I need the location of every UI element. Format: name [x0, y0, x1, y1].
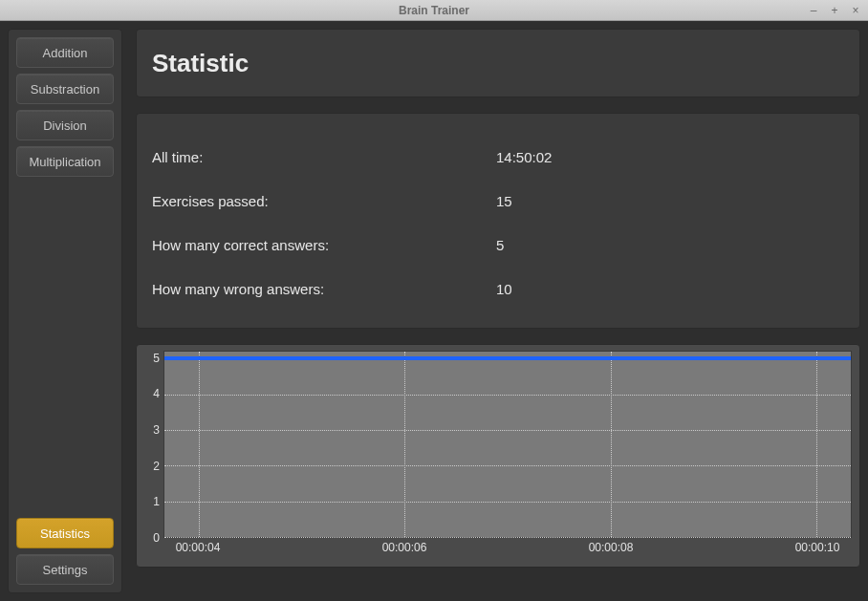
sidebar-item-label: Multiplication — [29, 155, 100, 169]
stat-row: All time: 14:50:02 — [152, 135, 844, 179]
stat-row: How many wrong answers: 10 — [152, 267, 844, 311]
chart-gridline-h — [164, 465, 851, 466]
sidebar-bottom-group: Statistics Settings — [16, 518, 114, 585]
stat-label: Exercises passed: — [152, 193, 496, 209]
maximize-button[interactable]: + — [828, 4, 841, 17]
sidebar-item-subtraction[interactable]: Substraction — [16, 74, 114, 104]
chart-x-tick: 00:00:08 — [589, 541, 634, 554]
sidebar-item-division[interactable]: Division — [16, 110, 114, 140]
chart-y-tick: 5 — [153, 352, 160, 365]
page-header: Statistic — [136, 29, 860, 97]
chart-x-axis: 00:00:0400:00:0600:00:0800:00:10 — [163, 538, 852, 557]
stat-value: 10 — [496, 281, 512, 297]
chart-gridline-v — [816, 352, 817, 537]
sidebar-item-label: Settings — [43, 563, 88, 577]
chart-y-tick: 1 — [153, 495, 160, 508]
chart-y-tick: 0 — [153, 531, 160, 545]
chart-gridline-v — [404, 352, 405, 537]
chart-gridline-h — [164, 502, 851, 503]
app-body: Addition Substraction Division Multiplic… — [0, 21, 868, 601]
chart-series-line — [164, 356, 851, 360]
chart-gridline-h — [164, 430, 851, 431]
chart-panel: 012345 00:00:0400:00:0600:00:0800:00:10 — [136, 344, 860, 568]
sidebar-item-settings[interactable]: Settings — [16, 554, 114, 585]
chart-y-tick: 4 — [153, 387, 160, 400]
chart-x-tick: 00:00:06 — [382, 541, 427, 554]
stat-value: 14:50:02 — [496, 149, 552, 165]
content: Statistic All time: 14:50:02 Exercises p… — [136, 29, 860, 593]
chart-gridline-v — [199, 352, 200, 537]
page-title: Statistic — [152, 49, 249, 78]
minimize-button[interactable]: – — [807, 4, 820, 17]
sidebar-item-label: Division — [43, 118, 87, 133]
sidebar: Addition Substraction Division Multiplic… — [8, 29, 122, 593]
chart-y-tick: 2 — [153, 460, 160, 473]
sidebar-item-label: Addition — [43, 46, 88, 60]
chart-x-tick: 00:00:04 — [176, 541, 221, 554]
titlebar: Brain Trainer – + × — [0, 0, 868, 21]
stat-value: 15 — [496, 193, 512, 209]
window-title: Brain Trainer — [0, 4, 868, 17]
window-controls: – + × — [807, 0, 862, 21]
stat-value: 5 — [496, 237, 504, 253]
sidebar-item-label: Statistics — [40, 526, 90, 541]
chart-gridline-h — [164, 395, 851, 396]
chart-y-tick: 3 — [153, 423, 160, 437]
stat-label: How many wrong answers: — [152, 281, 496, 297]
sidebar-item-addition[interactable]: Addition — [16, 37, 114, 68]
stat-label: All time: — [152, 149, 496, 165]
stats-panel: All time: 14:50:02 Exercises passed: 15 … — [136, 113, 860, 329]
chart-area: 012345 — [144, 351, 852, 538]
chart-gridline-v — [611, 352, 612, 537]
sidebar-item-statistics[interactable]: Statistics — [16, 518, 114, 548]
stat-row: Exercises passed: 15 — [152, 179, 844, 223]
close-button[interactable]: × — [849, 4, 862, 17]
stat-row: How many correct answers: 5 — [152, 223, 844, 267]
sidebar-top-group: Addition Substraction Division Multiplic… — [16, 37, 114, 177]
sidebar-item-label: Substraction — [31, 82, 99, 97]
sidebar-item-multiplication[interactable]: Multiplication — [16, 146, 114, 177]
chart-x-tick: 00:00:10 — [795, 541, 840, 554]
stat-label: How many correct answers: — [152, 237, 496, 253]
chart-plot — [163, 351, 852, 538]
chart-y-axis: 012345 — [144, 351, 163, 538]
